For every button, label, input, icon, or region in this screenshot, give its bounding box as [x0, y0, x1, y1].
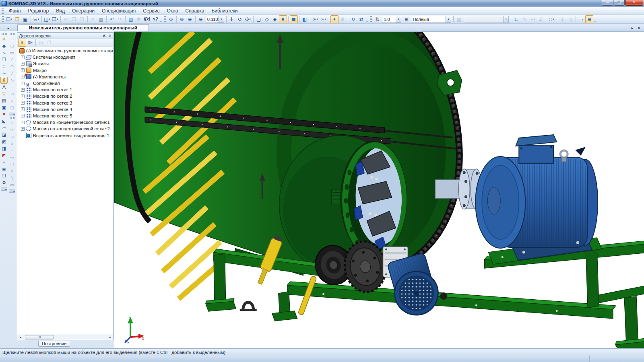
solid-cube-icon[interactable]: ◆ [0, 43, 8, 49]
toolbar-grip[interactable] [370, 16, 372, 23]
shackle[interactable] [240, 302, 257, 311]
toolbar-grip[interactable] [2, 16, 4, 23]
detail-combo[interactable]: Полный▾ [411, 16, 451, 23]
toolbar-overflow-icon[interactable]: ⌄ [159, 19, 162, 23]
layout-view-icon[interactable]: ≡▾ [26, 39, 34, 47]
panel-close-icon[interactable]: ✕ [108, 34, 111, 38]
tree-item[interactable]: (-) Компоненты [18, 74, 113, 80]
hidden-lines-display-icon[interactable]: ◇ [263, 15, 271, 23]
panel-expand-handle[interactable]: ▸ [9, 112, 15, 115]
menu-окно[interactable]: Окно [163, 7, 182, 14]
tree-item[interactable]: Массив по сетке:3 [18, 100, 113, 106]
main-motor[interactable] [475, 135, 598, 260]
tree-item[interactable]: Сопряжения [18, 80, 113, 86]
rotate-icon[interactable]: ↺ [236, 15, 244, 23]
edit-part-icon[interactable]: ❖ [0, 36, 8, 43]
tree-expander-icon[interactable] [21, 56, 25, 59]
spline-icon[interactable]: ∿ [0, 49, 8, 56]
extrude-icon[interactable]: ❒ [0, 173, 8, 179]
document-tab[interactable]: Измельчитель рулонов соломы стационарный [17, 24, 149, 31]
angle-plane-icon[interactable]: ◩ [0, 138, 8, 145]
3d-viewport[interactable]: Y X Z [114, 31, 644, 348]
feeder-motor[interactable] [387, 253, 438, 315]
new-document-icon[interactable]: ❏▾ [5, 15, 13, 23]
tree-item[interactable]: Массив по сетке:4 [18, 106, 113, 113]
tree-expander-icon[interactable] [21, 95, 25, 98]
fx-icon[interactable]: f(x) [143, 15, 151, 23]
step-combo-dropdown-icon[interactable]: ▾ [396, 16, 401, 23]
tree-item[interactable]: Массив по сетке:1 [18, 86, 113, 93]
rebuild-model-icon[interactable]: ↻ [349, 15, 357, 23]
section-display-icon[interactable]: ◧ [301, 15, 309, 23]
scroll-left-arrow[interactable]: ◂ [17, 335, 23, 340]
menu-спецификация[interactable]: Спецификация [98, 7, 139, 14]
check-flag-icon[interactable]: ⚑ [0, 111, 8, 118]
tree-item[interactable]: Эскизы [18, 60, 113, 67]
menu-операции[interactable]: Операции [68, 7, 98, 14]
mates-paperclip-icon[interactable]: § [0, 77, 8, 84]
tree-expander-icon[interactable] [21, 114, 25, 117]
measure-compass-icon[interactable]: ⋀ [0, 84, 8, 90]
tree-item[interactable]: (-) Измельчитель рулонов соломы стациона… [18, 47, 113, 54]
toolbar-overflow-icon[interactable]: ⌄ [366, 19, 369, 23]
local-csys-icon[interactable]: ∟ [512, 15, 520, 23]
select-mode-icon[interactable]: ➢▾ [320, 15, 328, 23]
construction-tab[interactable]: Построение [38, 341, 70, 347]
zoom-scale-combo-dropdown-icon[interactable]: ▾ [219, 16, 224, 23]
pan-icon[interactable]: ✛ [228, 15, 236, 23]
minimize-button[interactable]: — [602, 0, 613, 6]
open-document-icon[interactable]: ❒ [13, 15, 21, 23]
tree-item[interactable]: Массив по сетке:2 [18, 93, 113, 99]
menu-библиотеки[interactable]: Библиотеки [208, 7, 241, 14]
variables-icon[interactable]: ▤ [127, 15, 135, 23]
style-combo-dropdown-icon[interactable]: ▾ [503, 16, 508, 23]
tree-expander-icon[interactable] [21, 68, 25, 72]
hidden-lines-thin-display-icon[interactable]: ◈ [271, 15, 279, 23]
menu-редактор[interactable]: Редактор [25, 7, 53, 14]
context-help-icon[interactable]: ↖? [151, 15, 159, 23]
toolbar-grip[interactable] [164, 16, 166, 23]
print-preview-icon[interactable]: ◫▾ [43, 15, 51, 23]
tree-expander-icon[interactable] [21, 82, 25, 85]
pin-icon[interactable]: ✚ [102, 33, 107, 38]
scroll-thumb[interactable] [25, 335, 54, 339]
zoom-in-icon[interactable]: ⊕ [186, 15, 194, 23]
print-icon[interactable]: ⊟▾ [32, 15, 40, 23]
tree-item[interactable]: Макро [18, 67, 113, 74]
parametric-mode-icon[interactable]: ⋇ [585, 15, 593, 23]
menu-вид[interactable]: Вид [52, 7, 68, 14]
tree-horizontal-scrollbar[interactable]: ◂ ▸ [17, 334, 113, 340]
tree-item[interactable]: Системы координат [18, 54, 113, 60]
shaded-display-icon[interactable]: ■ [279, 15, 287, 23]
undo-icon[interactable]: ↶ [108, 15, 116, 23]
wireframe-display-icon[interactable]: ▢ [255, 15, 263, 23]
direction-arrow-icon[interactable]: ➣ [0, 70, 8, 77]
tree-item[interactable]: Вырезать элемент выдавливания:1 [18, 132, 113, 138]
menu-файл[interactable]: Файл [5, 7, 25, 14]
gear-icon[interactable]: ⚙ [0, 179, 8, 186]
detail-combo-dropdown-icon[interactable]: ▾ [446, 16, 451, 23]
eraser-icon[interactable]: ◤ [0, 152, 8, 159]
tree-expander-icon[interactable] [21, 107, 25, 111]
tree-item[interactable]: Массив по концентрической сетке:2 [18, 125, 113, 132]
shaded-edges-display-icon[interactable]: ◼ [290, 15, 298, 23]
maximize-button[interactable]: ❐ [614, 0, 625, 6]
point-array-icon[interactable]: ∷ [0, 63, 8, 70]
plane-icon[interactable]: ▱ [0, 125, 8, 132]
menu-сервис[interactable]: Сервис [139, 7, 163, 14]
filter-funnel-icon[interactable]: ▽ [0, 90, 8, 97]
tree-expander-icon[interactable] [21, 121, 25, 124]
detail-list-icon[interactable]: ≡ [402, 15, 410, 23]
convert-icon[interactable]: ❐▾ [51, 15, 59, 23]
round-boss-icon[interactable]: ◉ [0, 166, 8, 173]
step-icon[interactable]: ⇅ [373, 15, 381, 23]
save-icon[interactable]: ▣ [21, 15, 29, 23]
drum-body[interactable] [114, 32, 458, 276]
tab-scroll-left-icon[interactable]: ◂ [0, 26, 12, 31]
tree-item[interactable]: Массив по концентрической сетке:1 [18, 119, 113, 125]
through-plane-icon[interactable]: ◨ [0, 145, 8, 152]
zoom-area-icon[interactable]: ⊙ [167, 15, 175, 23]
orientation-icon[interactable]: ✣▾ [244, 15, 252, 23]
placement-icon[interactable]: ◣ [0, 118, 8, 125]
tree-expander-icon[interactable] [21, 88, 25, 92]
